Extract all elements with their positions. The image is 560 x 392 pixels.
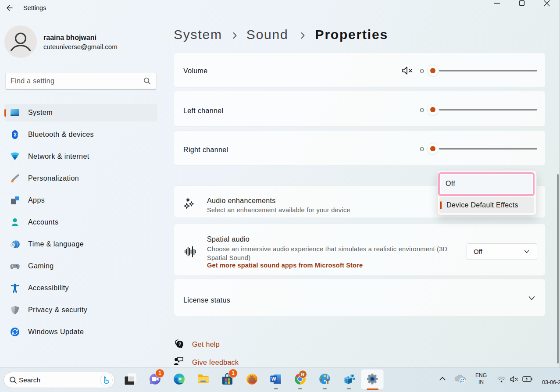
svg-text:?: ?: [178, 342, 182, 347]
svg-text:W: W: [271, 376, 276, 381]
